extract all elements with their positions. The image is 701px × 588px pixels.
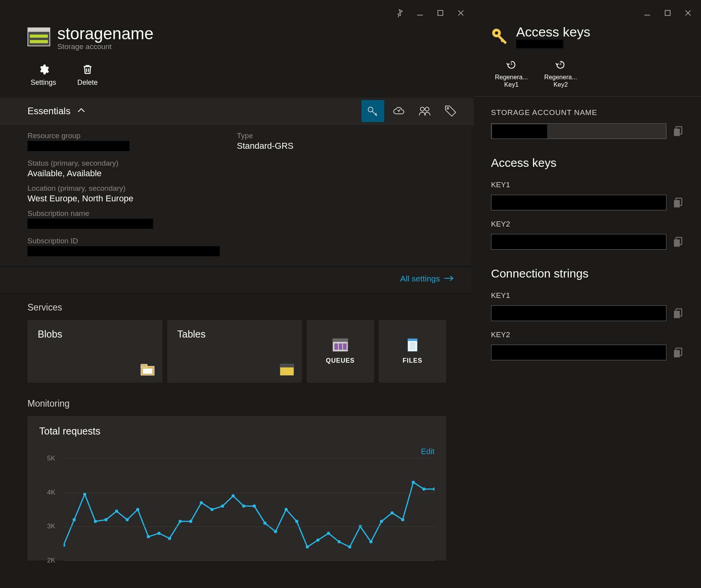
cs-key1-input[interactable] bbox=[491, 305, 666, 321]
copy-icon[interactable] bbox=[672, 347, 684, 358]
blobs-label: Blobs bbox=[38, 329, 152, 340]
svg-point-44 bbox=[157, 532, 161, 535]
gear-icon bbox=[38, 64, 49, 75]
location-value: West Europe, North Europe bbox=[27, 194, 237, 204]
svg-point-69 bbox=[422, 488, 425, 491]
chart-edit-link[interactable]: Edit bbox=[39, 447, 434, 456]
tables-tile[interactable]: Tables bbox=[167, 320, 302, 383]
access-keys-title: Access keys bbox=[516, 24, 590, 40]
close-icon[interactable] bbox=[683, 8, 693, 18]
svg-rect-6 bbox=[30, 35, 48, 38]
file-icon bbox=[405, 338, 420, 352]
access-keys-heading: Access keys bbox=[491, 156, 684, 170]
svg-point-47 bbox=[189, 520, 192, 523]
svg-point-67 bbox=[401, 518, 404, 521]
access-keys-subtitle-redacted bbox=[516, 40, 563, 48]
svg-rect-23 bbox=[289, 371, 294, 375]
svg-point-70 bbox=[433, 488, 434, 491]
settings-button[interactable]: Settings bbox=[31, 64, 56, 87]
tag-icon[interactable] bbox=[439, 100, 462, 122]
y-tick-label: 3K bbox=[47, 522, 55, 530]
copy-icon[interactable] bbox=[672, 197, 684, 208]
all-settings-link[interactable]: All settings bbox=[0, 267, 474, 293]
svg-point-61 bbox=[338, 540, 341, 543]
svg-point-10 bbox=[425, 107, 429, 111]
type-value: Standard-GRS bbox=[237, 141, 447, 151]
cs-key2-label: KEY2 bbox=[491, 331, 684, 339]
svg-rect-18 bbox=[280, 367, 285, 371]
minimize-icon[interactable] bbox=[415, 8, 425, 18]
copy-icon[interactable] bbox=[672, 307, 684, 319]
svg-rect-30 bbox=[408, 339, 417, 341]
refresh-icon: 2 bbox=[555, 59, 566, 70]
key1-label: KEY1 bbox=[491, 181, 684, 189]
key2-input[interactable] bbox=[491, 234, 666, 250]
svg-rect-20 bbox=[289, 367, 294, 371]
delete-button[interactable]: Delete bbox=[77, 64, 98, 87]
users-icon[interactable] bbox=[413, 100, 436, 122]
svg-point-55 bbox=[274, 530, 277, 533]
svg-point-11 bbox=[447, 108, 449, 109]
svg-point-53 bbox=[253, 504, 256, 508]
svg-point-64 bbox=[369, 540, 372, 543]
copy-icon[interactable] bbox=[672, 125, 684, 137]
y-tick-label: 2K bbox=[47, 557, 55, 564]
key-icon bbox=[491, 24, 509, 46]
copy-icon[interactable] bbox=[672, 236, 684, 248]
files-tile[interactable]: FILES bbox=[379, 320, 446, 383]
pin-icon[interactable] bbox=[394, 8, 405, 18]
svg-point-42 bbox=[136, 508, 139, 511]
key2-label: KEY2 bbox=[491, 220, 684, 228]
blobs-tile[interactable]: Blobs bbox=[27, 320, 162, 383]
svg-point-56 bbox=[285, 508, 288, 511]
svg-rect-5 bbox=[28, 28, 50, 32]
svg-point-39 bbox=[104, 518, 108, 521]
y-tick-label: 4K bbox=[47, 489, 55, 497]
svg-rect-1 bbox=[438, 11, 443, 16]
essentials-toggle[interactable]: Essentials bbox=[27, 106, 85, 117]
key1-input[interactable] bbox=[491, 195, 666, 210]
svg-point-68 bbox=[412, 481, 415, 484]
total-requests-chart: 5K4K3K2K bbox=[39, 458, 434, 561]
essentials-title: Essentials bbox=[27, 106, 70, 117]
maximize-icon[interactable] bbox=[435, 8, 445, 18]
type-label: Type bbox=[237, 131, 447, 140]
tables-label: Tables bbox=[177, 329, 292, 340]
cs-key2-input[interactable] bbox=[491, 345, 666, 360]
svg-rect-17 bbox=[280, 364, 294, 367]
regen2-label: Regenera...Key2 bbox=[544, 73, 577, 88]
minimize-icon[interactable] bbox=[642, 8, 652, 18]
chevron-up-icon bbox=[77, 108, 85, 115]
refresh-icon: 1 bbox=[506, 59, 517, 70]
status-value: Available, Available bbox=[27, 168, 237, 179]
svg-point-49 bbox=[210, 508, 214, 511]
storage-account-name-input[interactable] bbox=[491, 123, 666, 139]
svg-rect-22 bbox=[285, 371, 289, 375]
regenerate-key1-button[interactable]: 1 Regenera...Key1 bbox=[495, 59, 528, 88]
svg-point-35 bbox=[64, 544, 65, 547]
subscription-id-label: Subscription ID bbox=[27, 237, 237, 245]
svg-rect-85 bbox=[674, 239, 680, 247]
maximize-icon[interactable] bbox=[663, 8, 673, 18]
services-title: Services bbox=[27, 302, 446, 313]
regenerate-key2-button[interactable]: 2 Regenera...Key2 bbox=[544, 59, 577, 88]
svg-point-37 bbox=[83, 493, 86, 496]
svg-rect-14 bbox=[141, 364, 147, 367]
location-label: Location (primary, secondary) bbox=[27, 184, 237, 193]
y-tick-label: 5K bbox=[47, 455, 55, 462]
svg-rect-77 bbox=[497, 35, 506, 43]
monitoring-panel: Total requests Edit 5K4K3K2K bbox=[27, 416, 446, 561]
queues-tile[interactable]: QUEUES bbox=[307, 320, 374, 383]
svg-rect-15 bbox=[143, 369, 152, 374]
keys-icon[interactable] bbox=[361, 100, 384, 122]
resource-group-value-redacted bbox=[27, 141, 130, 151]
close-icon[interactable] bbox=[456, 8, 466, 18]
svg-point-46 bbox=[179, 520, 182, 523]
svg-point-43 bbox=[147, 535, 150, 538]
status-label: Status (primary, secondary) bbox=[27, 159, 237, 168]
svg-point-45 bbox=[168, 537, 171, 540]
all-settings-label: All settings bbox=[400, 274, 440, 283]
cloud-icon[interactable] bbox=[387, 100, 410, 122]
storage-account-name-label: STORAGE ACCOUNT NAME bbox=[491, 108, 684, 117]
svg-rect-72 bbox=[665, 11, 670, 16]
